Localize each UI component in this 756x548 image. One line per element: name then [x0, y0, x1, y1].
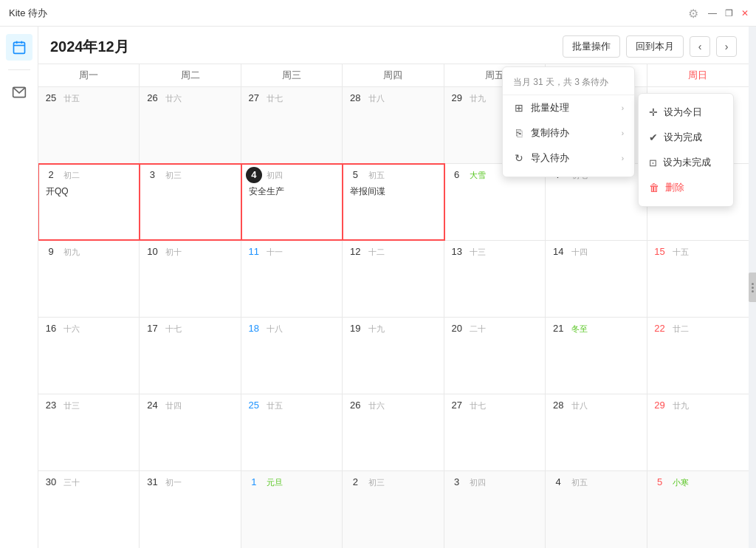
close-button[interactable]: ✕: [740, 8, 750, 18]
batch-ops-button[interactable]: 批量操作: [563, 35, 620, 58]
day-number: 19: [347, 321, 363, 337]
calendar-day[interactable]: 17 十七: [140, 318, 241, 394]
calendar-day[interactable]: 28 廿八: [546, 394, 647, 470]
calendar-day[interactable]: 16 十六: [38, 318, 140, 394]
lunar-text: 初四: [470, 478, 486, 487]
calendar-day[interactable]: 9 初九: [38, 241, 140, 317]
next-month-button[interactable]: ›: [716, 36, 737, 57]
calendar-day[interactable]: 2 初三: [343, 471, 444, 548]
lunar-text: 十七: [165, 324, 182, 333]
context-menu: 当月 31 天，共 3 条待办 ⊞ 批量处理 › ⎘ 复制待办 › ↻ 导入待办…: [502, 66, 635, 177]
prev-month-button[interactable]: ‹: [690, 36, 710, 57]
lunar-text: 初三: [368, 478, 385, 487]
calendar-day-today[interactable]: 4 初四 安全生产: [241, 164, 343, 240]
lunar-text: 廿九: [470, 94, 486, 103]
day-number: 14: [550, 244, 566, 260]
minimize-button[interactable]: —: [707, 8, 718, 18]
calendar-day[interactable]: 30 三十: [38, 471, 140, 548]
calendar-day[interactable]: 2 初二 开QQ: [38, 164, 140, 240]
calendar-day[interactable]: 3 初三: [140, 164, 241, 240]
calendar-day[interactable]: 26 廿六: [140, 87, 241, 163]
lunar-text: 廿三: [63, 401, 80, 410]
calendar-day[interactable]: 3 初四: [444, 471, 546, 548]
calendar-day[interactable]: 27 廿七: [241, 87, 343, 163]
lunar-text: 冬至: [571, 324, 588, 333]
day-number: 24: [144, 397, 160, 414]
calendar-day[interactable]: 21 冬至: [546, 318, 647, 394]
lunar-text: 廿四: [165, 401, 182, 410]
calendar-day[interactable]: 11 十一: [241, 241, 343, 317]
day-number: 16: [43, 321, 59, 337]
calendar-day[interactable]: 20 二十: [444, 318, 546, 394]
sidebar-item-mail[interactable]: [6, 79, 32, 106]
calendar-day[interactable]: 25 廿五: [241, 394, 343, 470]
copy-icon: ⎘: [513, 127, 525, 139]
day-number: 22: [652, 321, 668, 337]
calendar-day[interactable]: 29 廿九: [647, 394, 749, 470]
calendar-day[interactable]: 19 十九: [343, 318, 444, 394]
lunar-text: 廿五: [267, 401, 283, 410]
day-number: 2: [347, 474, 363, 490]
calendar-day[interactable]: 1 元旦: [241, 471, 343, 548]
calendar-day[interactable]: 4 初五: [546, 471, 647, 548]
lunar-text: 廿七: [267, 94, 283, 103]
lunar-text: 廿六: [165, 94, 182, 103]
context-item-copy[interactable]: ⎘ 复制待办 ›: [503, 120, 634, 145]
context-item-label: 导入待办: [531, 151, 569, 165]
right-panel-tab[interactable]: [749, 273, 756, 302]
lunar-text: 廿八: [368, 94, 385, 103]
restore-button[interactable]: ❐: [724, 8, 734, 18]
calendar-day[interactable]: 13 十三: [444, 241, 546, 317]
lunar-text: 十一: [267, 247, 283, 256]
context-item-set-undone[interactable]: ⊡ 设为未完成: [639, 150, 733, 175]
titlebar: Kite 待办 ⚙ — ❐ ✕: [0, 0, 756, 27]
arrow-icon: ›: [622, 129, 624, 137]
context-item-import[interactable]: ↻ 导入待办 ›: [503, 145, 634, 171]
settings-icon[interactable]: ⚙: [688, 6, 698, 20]
day-number: 26: [347, 397, 363, 414]
calendar-day[interactable]: 12 十二: [343, 241, 444, 317]
lunar-text: 廿二: [673, 324, 689, 333]
day-number: 26: [144, 90, 160, 106]
calendar-day[interactable]: 25 廿五: [38, 87, 140, 163]
calendar-day[interactable]: 28 廿八: [343, 87, 444, 163]
weekday-mon: 周一: [38, 64, 140, 86]
calendar-day[interactable]: 15 十五: [647, 241, 749, 317]
day-number: 29: [652, 397, 668, 414]
calendar-day[interactable]: 27 廿七: [444, 394, 546, 470]
context-item-batch[interactable]: ⊞ 批量处理 ›: [503, 95, 634, 120]
context-menu-header: 当月 31 天，共 3 条待办: [503, 73, 634, 95]
calendar-day[interactable]: 5 小寒: [647, 471, 749, 548]
svg-rect-0: [13, 42, 24, 53]
context-left-menu: 当月 31 天，共 3 条待办 ⊞ 批量处理 › ⎘ 复制待办 › ↻ 导入待办…: [502, 66, 635, 177]
lunar-text: 大雪: [470, 171, 486, 179]
calendar-day[interactable]: 18 十八: [241, 318, 343, 394]
calendar-day[interactable]: 5 初五 举报间谍: [343, 164, 444, 240]
day-number: 5: [652, 474, 668, 490]
context-item-delete[interactable]: 🗑 删除: [639, 175, 733, 200]
context-item-set-done[interactable]: ✔ 设为完成: [639, 125, 733, 150]
context-item-set-today[interactable]: ✛ 设为今日: [639, 100, 733, 125]
day-number: 1: [246, 474, 262, 490]
day-number: 10: [144, 244, 160, 260]
go-today-button[interactable]: 回到本月: [626, 35, 684, 58]
weekday-tue: 周二: [140, 64, 241, 86]
lunar-text: 十六: [63, 324, 80, 333]
lunar-text: 十五: [673, 247, 689, 256]
calendar-day[interactable]: 14 十四: [546, 241, 647, 317]
calendar-day[interactable]: 10 初十: [140, 241, 241, 317]
context-right-menu: ✛ 设为今日 ✔ 设为完成 ⊡ 设为未完成 🗑 删除: [638, 93, 734, 207]
day-event: 安全生产: [246, 185, 337, 199]
day-number: 15: [652, 244, 668, 260]
day-number: 13: [449, 244, 465, 260]
day-number: 11: [246, 244, 262, 260]
calendar-day[interactable]: 24 廿四: [140, 394, 241, 470]
calendar-day[interactable]: 26 廿六: [343, 394, 444, 470]
context-item-label: 批量处理: [531, 101, 569, 114]
calendar-day[interactable]: 23 廿三: [38, 394, 140, 470]
sidebar-item-calendar[interactable]: [6, 34, 32, 61]
calendar-day[interactable]: 22 廿二: [647, 318, 749, 394]
day-number: 5: [347, 167, 363, 183]
calendar-day[interactable]: 31 初一: [140, 471, 241, 548]
lunar-text: 小寒: [673, 478, 689, 487]
